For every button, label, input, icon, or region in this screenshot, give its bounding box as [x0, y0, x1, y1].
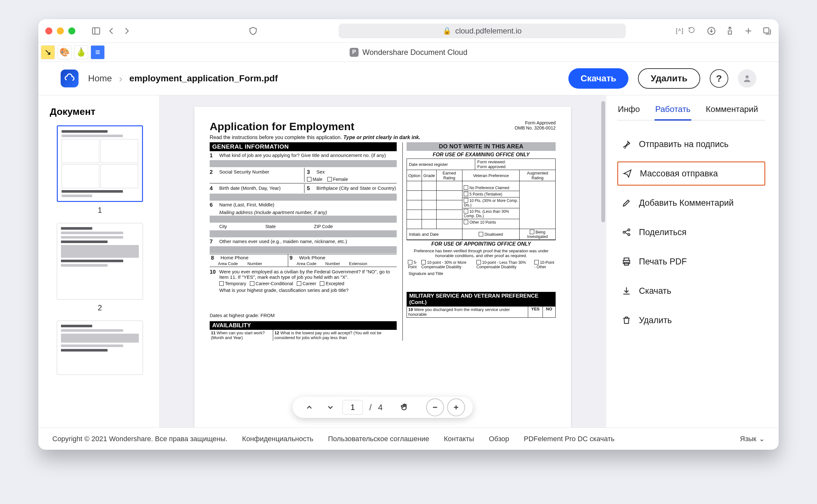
fullscreen-window-button[interactable] — [68, 27, 75, 34]
breadcrumb: Home › employment_application_Form.pdf — [88, 73, 278, 85]
user-avatar[interactable] — [738, 69, 756, 88]
language-selector[interactable]: Язык ⌄ — [740, 435, 765, 443]
svg-point-8 — [746, 75, 749, 78]
svg-rect-0 — [93, 28, 100, 34]
sidebar-toggle-icon[interactable] — [91, 26, 101, 36]
right-panel: Инфо Работать Комментарий Отправить на п… — [606, 95, 779, 427]
action-share[interactable]: Поделиться — [617, 220, 765, 244]
page-thumbnail-1[interactable] — [57, 125, 143, 202]
share-nodes-icon — [622, 227, 631, 237]
translate-icon[interactable]: ⁅ᴬ⁆ — [676, 27, 684, 35]
action-bulk-send[interactable]: Массовая отправка — [617, 161, 765, 186]
footer-download-link[interactable]: PDFelement Pro DC скачать — [524, 435, 614, 443]
nav-forward-icon[interactable] — [122, 26, 131, 36]
section-general-info: GENERAL INFORMATION — [210, 142, 397, 151]
url-text: cloud.pdfelement.io — [455, 26, 522, 35]
zoom-out-button[interactable] — [426, 398, 444, 416]
page-toolbar: / 4 — [293, 397, 473, 418]
prev-page-button[interactable] — [300, 398, 318, 416]
zoom-in-button[interactable] — [447, 398, 465, 416]
pan-tool-button[interactable] — [395, 398, 413, 416]
share-icon[interactable] — [725, 26, 735, 36]
svg-line-16 — [625, 233, 628, 234]
examining-office-table: Date entered register Form reviewed:Form… — [406, 159, 556, 170]
paper-plane-icon — [623, 169, 632, 178]
thumbnail-1-label: 1 — [48, 206, 152, 215]
delete-button[interactable]: Удалить — [638, 68, 700, 89]
tab-info[interactable]: Инфо — [617, 104, 641, 120]
chevron-down-icon: ⌄ — [759, 435, 765, 443]
page-thumbnail-2[interactable] — [57, 223, 143, 300]
page-sep: / — [369, 403, 371, 412]
favorite-1[interactable]: ↘ — [41, 45, 55, 59]
shield-icon[interactable] — [248, 26, 258, 36]
pen-sign-icon — [622, 139, 631, 149]
favorite-3[interactable]: 🍐 — [74, 45, 88, 59]
action-add-comment[interactable]: Добавить Комментарий — [617, 191, 765, 215]
current-page-input[interactable] — [342, 400, 363, 415]
minimize-window-button[interactable] — [57, 27, 64, 34]
scrollbar[interactable] — [601, 101, 605, 222]
right-panel-tabs: Инфо Работать Комментарий — [617, 104, 765, 121]
close-window-button[interactable] — [45, 27, 52, 34]
breadcrumb-file: employment_application_Form.pdf — [129, 73, 278, 84]
address-bar[interactable]: 🔒 cloud.pdfelement.io ⁅ᴬ⁆ — [338, 24, 626, 38]
tab-work[interactable]: Работать — [655, 104, 691, 120]
tab-title-text: Wondershare Document Cloud — [362, 48, 467, 57]
browser-tab[interactable]: P Wondershare Document Cloud — [349, 48, 467, 57]
pdf-page: Form Approved OMB No. 3206-0012 Applicat… — [194, 107, 571, 427]
app-header: Home › employment_application_Form.pdf С… — [38, 62, 779, 95]
action-download[interactable]: Скачать — [617, 279, 765, 303]
doc-subtitle: Read the instructions before you complet… — [210, 135, 556, 140]
browser-titlebar: 🔒 cloud.pdfelement.io ⁅ᴬ⁆ — [38, 19, 779, 43]
thumbnail-sidebar: Документ 1 2 — [38, 95, 159, 427]
reload-icon[interactable] — [688, 26, 695, 35]
action-delete[interactable]: Удалить — [617, 308, 765, 332]
action-send-for-signature[interactable]: Отправить на подпись — [617, 132, 765, 156]
page-footer: Copyright © 2021 Wondershare. Все права … — [38, 427, 779, 450]
next-page-button[interactable] — [321, 398, 339, 416]
nav-back-icon[interactable] — [107, 26, 116, 36]
total-pages: 4 — [378, 403, 382, 412]
tab-comments[interactable]: Комментарий — [705, 104, 759, 120]
site-favicon-icon: P — [349, 48, 358, 57]
printer-icon — [622, 257, 631, 266]
footer-copyright: Copyright © 2021 Wondershare. Все права … — [52, 435, 227, 443]
app-logo-icon[interactable] — [61, 70, 78, 87]
favorites-bar: ↘ 🎨 🍐 ≡ P Wondershare Document Cloud — [38, 43, 779, 62]
form-approval-note: Form Approved OMB No. 3206-0012 — [515, 120, 556, 130]
window-controls — [45, 27, 75, 34]
favorite-2[interactable]: 🎨 — [57, 45, 71, 59]
breadcrumb-home[interactable]: Home — [88, 73, 112, 84]
download-icon — [622, 286, 631, 296]
footer-privacy-link[interactable]: Конфиденциальность — [242, 435, 313, 443]
help-button[interactable]: ? — [710, 69, 728, 88]
trash-icon — [622, 315, 631, 325]
downloads-icon[interactable] — [707, 26, 716, 36]
lock-icon: 🔒 — [443, 27, 451, 35]
download-button[interactable]: Скачать — [568, 68, 628, 89]
address-bar-actions: ⁅ᴬ⁆ — [676, 26, 695, 35]
footer-contacts-link[interactable]: Контакты — [444, 435, 474, 443]
page-thumbnail-3[interactable] — [57, 321, 143, 375]
thumbnail-2-label: 2 — [48, 303, 152, 312]
footer-terms-link[interactable]: Пользовательское соглашение — [328, 435, 429, 443]
chevron-right-icon: › — [119, 73, 123, 85]
footer-overview-link[interactable]: Обзор — [489, 435, 509, 443]
new-tab-icon[interactable] — [744, 26, 753, 36]
browser-window: { "browser": { "url": "cloud.pdfelement.… — [38, 19, 779, 450]
pencil-icon — [622, 198, 631, 208]
do-not-write-banner: DO NOT WRITE IN THIS AREA — [406, 142, 556, 151]
favorite-4[interactable]: ≡ — [91, 45, 105, 59]
document-viewer[interactable]: Form Approved OMB No. 3206-0012 Applicat… — [159, 95, 606, 427]
svg-line-15 — [625, 230, 628, 232]
doc-title: Application for Employment — [210, 120, 556, 133]
tab-overview-icon[interactable] — [762, 26, 772, 36]
sidebar-title: Документ — [50, 106, 152, 117]
action-print[interactable]: Печать PDF — [617, 249, 765, 274]
svg-rect-7 — [764, 28, 769, 33]
